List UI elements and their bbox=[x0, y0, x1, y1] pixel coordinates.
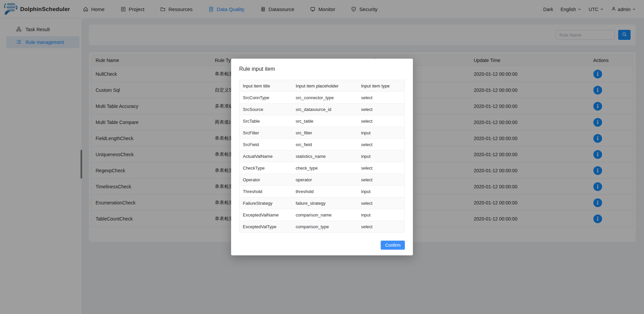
modal-table-row: FailureStrategy failure_strategy select bbox=[239, 197, 405, 209]
modal-table-row: SrcConnType src_connector_type select bbox=[239, 92, 405, 104]
cell-input-item-placeholder: failure_strategy bbox=[292, 197, 358, 209]
cell-input-item-title: SrcTable bbox=[239, 115, 292, 127]
cell-input-item-type: select bbox=[358, 115, 405, 127]
cell-input-item-placeholder: comparison_name bbox=[292, 209, 358, 221]
modal-table-row: CheckType check_type select bbox=[239, 162, 405, 174]
cell-input-item-type: select bbox=[358, 221, 405, 233]
column-header-input-item-placeholder: Input item placeholder bbox=[292, 80, 358, 92]
cell-input-item-type: input bbox=[358, 127, 405, 139]
modal-table-row: ActualValName statistics_name input bbox=[239, 150, 405, 162]
column-header-input-item-title: Input item title bbox=[239, 80, 292, 92]
modal-table-row: SrcSource src_datasource_id select bbox=[239, 104, 405, 115]
cell-input-item-title: ExceptedValName bbox=[239, 209, 292, 221]
cell-input-item-type: select bbox=[358, 139, 405, 150]
confirm-button[interactable]: Confirm bbox=[381, 241, 405, 250]
cell-input-item-placeholder: src_field bbox=[292, 139, 358, 150]
cell-input-item-type: input bbox=[358, 150, 405, 162]
modal-table-row: SrcField src_field select bbox=[239, 139, 405, 150]
modal-table-row: Operator operator select bbox=[239, 174, 405, 186]
cell-input-item-type: input bbox=[358, 186, 405, 197]
modal-title: Rule input item bbox=[239, 66, 405, 72]
cell-input-item-type: select bbox=[358, 197, 405, 209]
cell-input-item-title: SrcConnType bbox=[239, 92, 292, 104]
cell-input-item-title: FailureStrategy bbox=[239, 197, 292, 209]
modal-table-row: Threshold threshold input bbox=[239, 186, 405, 197]
modal-table-row: ExceptedValName comparison_name input bbox=[239, 209, 405, 221]
cell-input-item-type: select bbox=[358, 104, 405, 115]
cell-input-item-title: Operator bbox=[239, 174, 292, 186]
cell-input-item-type: select bbox=[358, 92, 405, 104]
cell-input-item-placeholder: src_filter bbox=[292, 127, 358, 139]
cell-input-item-title: ExceptedValType bbox=[239, 221, 292, 233]
column-header-input-item-type: Input item type bbox=[358, 80, 405, 92]
modal-table-row: ExceptedValType comparison_type select bbox=[239, 221, 405, 233]
cell-input-item-placeholder: threshold bbox=[292, 186, 358, 197]
cell-input-item-placeholder: operator bbox=[292, 174, 358, 186]
cell-input-item-title: SrcFilter bbox=[239, 127, 292, 139]
cell-input-item-placeholder: check_type bbox=[292, 162, 358, 174]
modal-table-row: SrcFilter src_filter input bbox=[239, 127, 405, 139]
modal-table-header-row: Input item title Input item placeholder … bbox=[239, 80, 405, 92]
cell-input-item-title: SrcSource bbox=[239, 104, 292, 115]
cell-input-item-placeholder: src_table bbox=[292, 115, 358, 127]
modal-table-row: SrcTable src_table select bbox=[239, 115, 405, 127]
rule-input-item-table: Input item title Input item placeholder … bbox=[239, 80, 405, 233]
cell-input-item-placeholder: src_connector_type bbox=[292, 92, 358, 104]
cell-input-item-placeholder: comparison_type bbox=[292, 221, 358, 233]
cell-input-item-title: SrcField bbox=[239, 139, 292, 150]
cell-input-item-title: Threshold bbox=[239, 186, 292, 197]
cell-input-item-placeholder: src_datasource_id bbox=[292, 104, 358, 115]
cell-input-item-title: ActualValName bbox=[239, 150, 292, 162]
cell-input-item-type: select bbox=[358, 162, 405, 174]
cell-input-item-type: input bbox=[358, 209, 405, 221]
rule-input-item-modal: Rule input item Input item title Input i… bbox=[231, 59, 413, 255]
cell-input-item-type: select bbox=[358, 174, 405, 186]
cell-input-item-title: CheckType bbox=[239, 162, 292, 174]
cell-input-item-placeholder: statistics_name bbox=[292, 150, 358, 162]
